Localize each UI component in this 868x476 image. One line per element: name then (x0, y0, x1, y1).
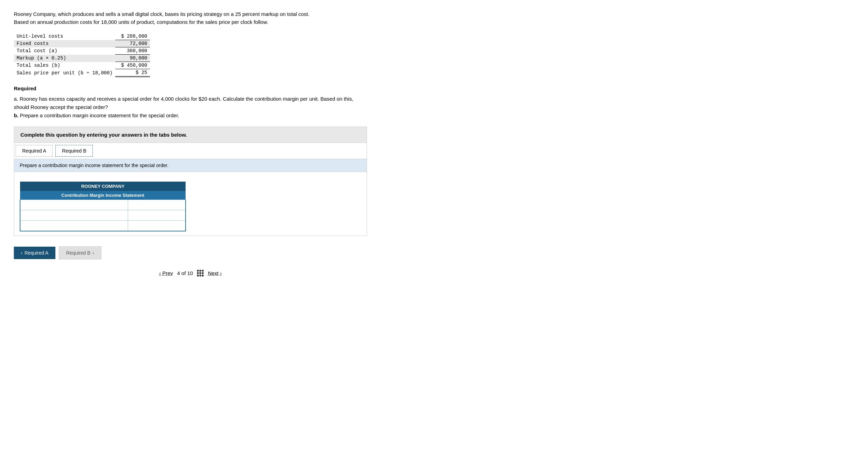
statement-title-cell: Contribution Margin Income Statement (20, 191, 186, 200)
cost-value: 90,000 (115, 55, 150, 62)
next-button-label: Required B (66, 250, 90, 256)
cost-label: Unit-level costs (14, 33, 115, 40)
cost-label: Markup (a × 0.25) (14, 55, 115, 62)
nav-buttons: ‹ Required A Required B › (14, 246, 367, 259)
question-b: b. Prepare a contribution margin income … (14, 111, 367, 120)
tab-required-b-label: Required B (62, 148, 86, 154)
row-label-3[interactable] (20, 221, 128, 231)
of-label: of (181, 270, 187, 276)
cost-value: $ 450,000 (115, 62, 150, 69)
question-text: a. Rooney has excess capacity and receiv… (14, 95, 367, 120)
prev-label: Prev (162, 270, 173, 276)
question-b-text: Prepare a contribution margin income sta… (20, 112, 179, 118)
table-row: Total cost (a) 360,000 (14, 47, 150, 55)
intro-line1: Rooney Company, which produces and sells… (14, 10, 367, 18)
cost-table: Unit-level costs $ 288,000 Fixed costs 7… (14, 33, 150, 77)
tabs-row: Required A Required B (14, 143, 367, 159)
table-row: Unit-level costs $ 288,000 (14, 33, 150, 40)
table-row (20, 210, 186, 221)
cost-value: 72,000 (115, 40, 150, 47)
pagination: ‹ Prev 4 of 10 Next › (14, 270, 367, 276)
tabs-container: Required A Required B Prepare a contribu… (14, 143, 367, 236)
cost-label: Total sales (b) (14, 62, 115, 69)
tab-description: Prepare a contribution margin income sta… (14, 159, 367, 172)
prev-page-link[interactable]: ‹ Prev (159, 270, 173, 276)
cost-value: 360,000 (115, 47, 150, 55)
income-statement-table: ROONEY COMPANY Contribution Margin Incom… (20, 182, 186, 231)
cost-label: Total cost (a) (14, 47, 115, 55)
row-label-2[interactable] (20, 210, 128, 221)
total-pages: 10 (187, 270, 193, 276)
required-heading: Required (14, 85, 367, 91)
table-row: Fixed costs 72,000 (14, 40, 150, 47)
grid-icon[interactable] (197, 270, 204, 276)
cost-label: Fixed costs (14, 40, 115, 47)
table-row: Total sales (b) $ 450,000 (14, 62, 150, 69)
row-value-2[interactable] (128, 210, 186, 221)
question-b-bold: b. (14, 112, 18, 118)
cost-value: $ 25 (115, 69, 150, 77)
next-page-link[interactable]: Next › (208, 270, 222, 276)
statement-title-row: Contribution Margin Income Statement (20, 191, 186, 200)
company-name-cell: ROONEY COMPANY (20, 182, 186, 191)
next-label: Next (208, 270, 218, 276)
instruction-box: Complete this question by entering your … (14, 127, 367, 143)
prev-required-a-button[interactable]: ‹ Required A (14, 247, 55, 259)
prev-chevron-icon: ‹ (159, 270, 161, 276)
page-info: 4 of 10 (177, 270, 193, 276)
current-page: 4 (177, 270, 180, 276)
tab-required-a[interactable]: Required A (16, 145, 53, 157)
table-row (20, 200, 186, 210)
table-row: Sales price per unit (b ÷ 18,000) $ 25 (14, 69, 150, 77)
next-chevron-icon: › (220, 270, 222, 276)
intro-text: Rooney Company, which produces and sells… (14, 10, 367, 26)
table-row (20, 221, 186, 231)
instruction-text: Complete this question by entering your … (20, 132, 187, 138)
tab-required-a-label: Required A (22, 148, 46, 154)
intro-line2: Based on annual production costs for 18,… (14, 18, 367, 26)
prev-button-label: Required A (25, 250, 48, 256)
company-name-row: ROONEY COMPANY (20, 182, 186, 191)
row-label-1[interactable] (20, 200, 128, 210)
cost-value: $ 288,000 (115, 33, 150, 40)
tab-description-text: Prepare a contribution margin income sta… (20, 163, 169, 168)
next-required-b-button[interactable]: Required B › (59, 246, 101, 259)
row-value-3[interactable] (128, 221, 186, 231)
table-row: Markup (a × 0.25) 90,000 (14, 55, 150, 62)
question-a: a. Rooney has excess capacity and receiv… (14, 95, 367, 111)
chevron-right-icon: › (92, 250, 94, 256)
row-value-1[interactable] (128, 200, 186, 210)
chevron-left-icon: ‹ (21, 250, 23, 256)
tab-required-b[interactable]: Required B (55, 145, 93, 157)
cost-label: Sales price per unit (b ÷ 18,000) (14, 69, 115, 77)
tab-content: ROONEY COMPANY Contribution Margin Incom… (14, 176, 367, 236)
question-a-text: a. Rooney has excess capacity and receiv… (14, 96, 354, 110)
